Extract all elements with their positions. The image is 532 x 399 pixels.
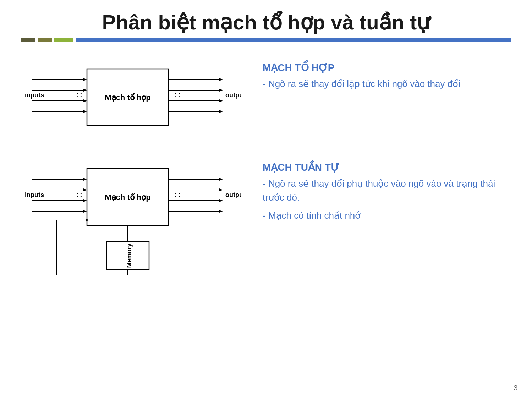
svg-marker-25 bbox=[83, 178, 87, 181]
diagram-sequential: inputs : : Mạch tổ hợp bbox=[21, 158, 241, 280]
svg-marker-16 bbox=[219, 89, 223, 92]
svg-text:Mạch tổ hợp: Mạch tổ hợp bbox=[105, 193, 150, 202]
svg-marker-3 bbox=[83, 89, 87, 92]
svg-text::: : bbox=[76, 191, 79, 198]
desc-item-s2: - Mạch có tính chất nhớ bbox=[263, 209, 511, 223]
svg-marker-29 bbox=[83, 199, 87, 202]
svg-marker-44 bbox=[219, 210, 223, 213]
desc-text-combinational: - Ngõ ra sẽ thay đổi lập tức khi ngõ vào… bbox=[263, 77, 511, 91]
svg-text:inputs: inputs bbox=[25, 92, 44, 99]
page-number: 3 bbox=[514, 383, 518, 393]
desc-item-s1: - Ngõ ra sẽ thay đổi phụ thuộc vào ngõ v… bbox=[263, 177, 511, 204]
bar-seg2 bbox=[38, 38, 52, 42]
svg-text::: : bbox=[80, 91, 82, 99]
bar-main bbox=[76, 38, 511, 42]
bar-seg1 bbox=[21, 38, 35, 42]
svg-marker-14 bbox=[219, 78, 223, 81]
page-container: Phân biệt mạch tổ hợp và tuần tự bbox=[0, 0, 532, 399]
svg-text:outputs: outputs bbox=[225, 92, 241, 99]
desc-item-1: - Ngõ ra sẽ thay đổi lập tức khi ngõ vào… bbox=[263, 77, 511, 91]
svg-marker-7 bbox=[83, 110, 87, 113]
svg-marker-20 bbox=[219, 110, 223, 113]
desc-combinational: MẠCH TỔ HỢP - Ngõ ra sẽ thay đổi lập tức… bbox=[241, 58, 511, 94]
svg-text:outputs: outputs bbox=[225, 191, 241, 198]
section-combinational: inputs : : Mạch tổ hợp bbox=[21, 53, 511, 141]
diagram-combinational: inputs : : Mạch tổ hợp bbox=[21, 58, 241, 138]
svg-marker-18 bbox=[219, 99, 223, 102]
svg-text::: : bbox=[80, 191, 82, 198]
svg-text::: : bbox=[76, 91, 79, 99]
svg-marker-31 bbox=[83, 210, 87, 213]
sections: inputs : : Mạch tổ hợp bbox=[21, 53, 511, 284]
svg-text::: : bbox=[178, 91, 181, 99]
svg-text::: : bbox=[178, 191, 181, 198]
svg-marker-1 bbox=[83, 78, 87, 81]
section-divider bbox=[21, 147, 511, 147]
desc-title-sequential: MẠCH TUẦN TỰ bbox=[263, 162, 511, 173]
section-sequential: inputs : : Mạch tổ hợp bbox=[21, 153, 511, 284]
page-title: Phân biệt mạch tổ hợp và tuần tự bbox=[21, 11, 511, 34]
desc-text-sequential: - Ngõ ra sẽ thay đổi phụ thuộc vào ngõ v… bbox=[263, 177, 511, 223]
svg-text::: : bbox=[175, 191, 177, 198]
bar-seg3 bbox=[54, 38, 73, 42]
svg-marker-27 bbox=[83, 188, 87, 191]
svg-text:inputs: inputs bbox=[25, 191, 44, 198]
svg-combinational: inputs : : Mạch tổ hợp bbox=[21, 58, 241, 136]
svg-marker-42 bbox=[219, 199, 223, 202]
desc-sequential: MẠCH TUẦN TỰ - Ngõ ra sẽ thay đổi phụ th… bbox=[241, 158, 511, 225]
svg-text::: : bbox=[175, 91, 177, 99]
color-bar bbox=[21, 38, 511, 42]
svg-marker-38 bbox=[219, 178, 223, 181]
svg-sequential: inputs : : Mạch tổ hợp bbox=[21, 158, 241, 279]
svg-text:Memory: Memory bbox=[126, 243, 133, 268]
svg-marker-5 bbox=[83, 99, 87, 102]
desc-title-combinational: MẠCH TỔ HỢP bbox=[263, 62, 511, 73]
svg-marker-40 bbox=[219, 188, 223, 191]
svg-text:Mạch tổ hợp: Mạch tổ hợp bbox=[105, 93, 150, 102]
